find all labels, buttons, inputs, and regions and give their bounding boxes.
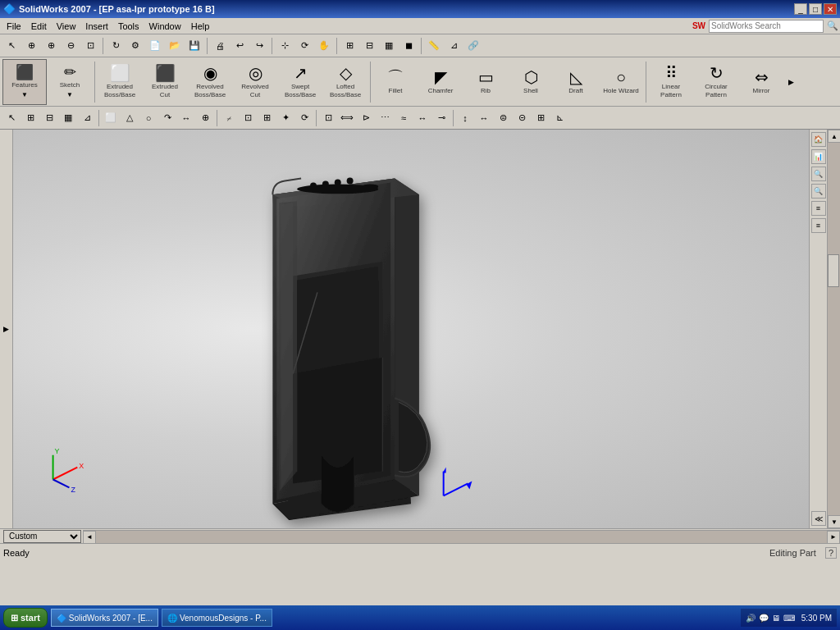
draft-button[interactable]: ◺ Draft xyxy=(554,59,598,105)
revolved-boss-button[interactable]: ◉ RevolvedBoss/Base xyxy=(188,59,232,105)
view-search-button[interactable]: 🔍 xyxy=(811,167,826,181)
sec-btn26[interactable]: ⊜ xyxy=(494,109,512,127)
scroll-track[interactable] xyxy=(828,143,840,515)
rebuild-button[interactable]: ↻ xyxy=(107,37,125,55)
menu-tools[interactable]: Tools xyxy=(113,20,144,33)
scroll-down-button[interactable]: ▼ xyxy=(828,515,840,528)
undo-button[interactable]: ↩ xyxy=(231,37,249,55)
extruded-cut-button[interactable]: ⬛ ExtrudedCut xyxy=(143,59,187,105)
close-button[interactable]: ✕ xyxy=(824,3,837,15)
save-button[interactable]: 💾 xyxy=(185,37,203,55)
view2-button[interactable]: ⊟ xyxy=(360,37,378,55)
custom-dropdown[interactable]: Custom Model Motion Study 1 xyxy=(3,530,81,543)
view-graph-button[interactable]: 📊 xyxy=(811,149,826,164)
tab-features[interactable]: ⬛ Features ▼ xyxy=(2,59,47,105)
sec-btn17[interactable]: ⊡ xyxy=(319,109,337,127)
sec-btn22[interactable]: ↔ xyxy=(413,109,431,127)
chamfer-button[interactable]: ◤ Chamfer xyxy=(418,59,463,105)
linear-pattern-button[interactable]: ⠿ LinearPattern xyxy=(649,59,693,105)
restore-button[interactable]: □ xyxy=(809,3,822,15)
sec-btn10[interactable]: ↔ xyxy=(177,109,195,127)
mirror-button[interactable]: ⇔ Mirror xyxy=(739,59,783,105)
left-expand-arrow[interactable]: ▶ xyxy=(3,325,9,333)
horizontal-scrollbar[interactable]: ◄ ► xyxy=(83,530,840,543)
sec-btn13[interactable]: ⊡ xyxy=(239,109,257,127)
view3-button[interactable]: ▦ xyxy=(380,37,398,55)
view-list-button[interactable]: ≡ xyxy=(811,201,826,216)
sec-btn6[interactable]: ⬜ xyxy=(102,109,120,127)
select2-button[interactable]: ⊹ xyxy=(276,37,294,55)
rib-button[interactable]: ▭ Rib xyxy=(463,59,508,105)
scroll-thumb[interactable] xyxy=(828,254,839,287)
tab-sketch[interactable]: ✏ Sketch ▼ xyxy=(48,59,92,105)
print-button[interactable]: 🖨 xyxy=(211,37,229,55)
search-icon[interactable]: 🔍 xyxy=(827,21,838,31)
zoom-area-button[interactable]: ⊡ xyxy=(81,37,99,55)
view1-button[interactable]: ⊞ xyxy=(340,37,358,55)
start-button[interactable]: ⊞ start xyxy=(3,608,48,628)
hscroll-track[interactable] xyxy=(96,531,827,543)
view-search2-button[interactable]: 🔍 xyxy=(811,184,826,199)
lofted-boss-button[interactable]: ◇ LoftedBoss/Base xyxy=(323,59,368,105)
fillet-button[interactable]: ⌒ Fillet xyxy=(373,59,418,105)
vertical-scrollbar[interactable]: ▲ ▼ xyxy=(827,130,840,528)
open-button[interactable]: 📂 xyxy=(166,37,184,55)
sec-btn9[interactable]: ↷ xyxy=(158,109,176,127)
view-home-button[interactable]: 🏠 xyxy=(811,132,826,147)
rotate-button[interactable]: ⟳ xyxy=(295,37,313,55)
sec-btn28[interactable]: ⊞ xyxy=(532,109,550,127)
taskbar-item-solidworks[interactable]: 🔷 SolidWorks 2007 - [E... xyxy=(51,609,158,627)
sec-btn8[interactable]: ○ xyxy=(139,109,158,127)
sec-btn24[interactable]: ↕ xyxy=(456,109,474,127)
circular-pattern-button[interactable]: ↻ CircularPattern xyxy=(694,59,738,105)
panel-collapse-button[interactable]: ≪ xyxy=(811,511,826,526)
scroll-up-button[interactable]: ▲ xyxy=(828,130,840,143)
menu-file[interactable]: File xyxy=(2,20,26,33)
viewport[interactable]: X Y Z xyxy=(13,130,809,528)
shell-button[interactable]: ⬡ Shell xyxy=(509,59,553,105)
menu-help[interactable]: Help xyxy=(186,20,215,33)
zoom-out-button[interactable]: ⊖ xyxy=(62,37,80,55)
menu-window[interactable]: Window xyxy=(144,20,186,33)
sec-btn11[interactable]: ⊕ xyxy=(196,109,214,127)
more-features-button[interactable]: ▶ xyxy=(784,59,797,105)
sec-btn29[interactable]: ⊾ xyxy=(550,109,568,127)
sec-btn7[interactable]: △ xyxy=(121,109,139,127)
shading-button[interactable]: ◼ xyxy=(399,37,418,55)
sec-btn2[interactable]: ⊞ xyxy=(21,109,39,127)
extruded-boss-button[interactable]: ⬜ ExtrudedBoss/Base xyxy=(98,59,142,105)
sec-btn1[interactable]: ↖ xyxy=(2,109,21,127)
sec-btn3[interactable]: ⊟ xyxy=(40,109,58,127)
sec-btn25[interactable]: ↔ xyxy=(475,109,493,127)
search-input[interactable] xyxy=(709,20,824,33)
options-button[interactable]: ⚙ xyxy=(126,37,144,55)
scroll-right-button[interactable]: ► xyxy=(827,531,840,544)
ref-button[interactable]: ⊿ xyxy=(445,37,463,55)
help-button[interactable]: ? xyxy=(825,547,837,559)
sec-btn23[interactable]: ⊸ xyxy=(432,109,450,127)
swept-boss-button[interactable]: ↗ SweptBoss/Base xyxy=(278,59,322,105)
view-list2-button[interactable]: ≡ xyxy=(811,218,826,233)
select-button[interactable]: ↖ xyxy=(2,37,21,55)
taskbar-item-browser[interactable]: 🌐 VenomousDesigns - P... xyxy=(162,609,272,627)
sec-btn18[interactable]: ⟺ xyxy=(338,109,356,127)
hole-wizard-button[interactable]: ○ Hole Wizard xyxy=(599,59,643,105)
new-button[interactable]: 📄 xyxy=(146,37,164,55)
sec-btn21[interactable]: ≈ xyxy=(395,109,413,127)
scroll-left-button[interactable]: ◄ xyxy=(83,531,96,544)
redo-button[interactable]: ↪ xyxy=(250,37,268,55)
zoom-fit-button[interactable]: ⊕ xyxy=(22,37,40,55)
sec-btn12[interactable]: ⌿ xyxy=(220,109,238,127)
pan-button[interactable]: ✋ xyxy=(315,37,333,55)
zoom-in-button[interactable]: ⊕ xyxy=(42,37,60,55)
sec-btn16[interactable]: ⟳ xyxy=(295,109,313,127)
sec-btn15[interactable]: ✦ xyxy=(276,109,294,127)
sec-btn14[interactable]: ⊞ xyxy=(258,109,276,127)
sec-btn27[interactable]: ⊝ xyxy=(513,109,531,127)
sec-btn4[interactable]: ▦ xyxy=(59,109,77,127)
menu-insert[interactable]: Insert xyxy=(80,20,113,33)
revolved-cut-button[interactable]: ◎ RevolvedCut xyxy=(233,59,277,105)
mate-button[interactable]: 🔗 xyxy=(464,37,482,55)
menu-edit[interactable]: Edit xyxy=(26,20,52,33)
minimize-button[interactable]: _ xyxy=(794,3,807,15)
